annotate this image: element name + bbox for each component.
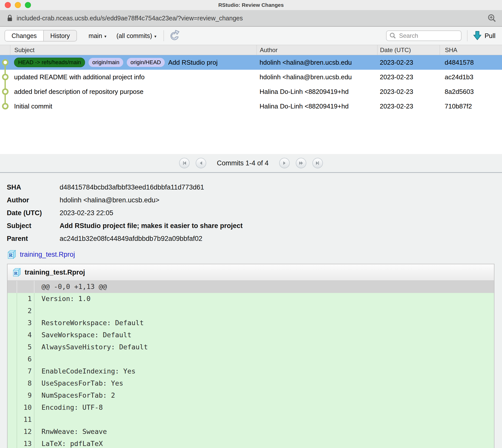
rstudio-review-changes-window: RStudio: Review Changes included-crab.nc… — [0, 0, 502, 448]
commit-row[interactable]: updated README with additional project i… — [0, 70, 502, 84]
diff-old-line-number — [8, 329, 17, 341]
first-page-button[interactable] — [179, 158, 190, 168]
column-header-sha[interactable]: SHA — [440, 45, 502, 55]
diff-new-line-number: 4 — [17, 329, 34, 341]
tab-changes[interactable]: Changes — [5, 30, 43, 41]
diff-old-line-number — [8, 402, 17, 414]
diff-line-text — [34, 414, 494, 426]
commit-details-pane: SHA d48415784bcbd3afbbf33eed16dbbfa11d77… — [0, 173, 502, 448]
diff-old-line-number — [8, 305, 17, 317]
url-text[interactable]: included-crab.nceas.ucsb.edu/s/edd9ae78f… — [17, 15, 487, 22]
diff-line-text: RnwWeave: Sweave — [34, 426, 494, 438]
tab-history[interactable]: History — [44, 30, 76, 41]
diff-added-line[interactable]: 7 EnableCodeIndexing: Yes — [8, 365, 494, 378]
commit-subject: updated README with additional project i… — [14, 73, 145, 81]
diff-added-line[interactable]: 4 SaveWorkspace: Default — [8, 329, 494, 341]
history-table-empty-area — [0, 114, 502, 154]
diff-added-line[interactable]: 3 RestoreWorkspace: Default — [8, 317, 494, 329]
diff-added-line[interactable]: 13 LaTeX: pdfLaTeX — [8, 438, 494, 448]
history-table-header: Subject Author Date (UTC) SHA — [0, 45, 502, 55]
diff-new-line-number: 2 — [17, 305, 34, 317]
column-header-author[interactable]: Author — [257, 45, 377, 55]
commit-date: 2023-02-23 — [377, 70, 440, 84]
changed-file-link[interactable]: R training_test.Rproj — [7, 249, 502, 260]
diff-line-text: AlwaysSaveHistory: Default — [34, 341, 494, 353]
history-table-body: HEAD -> refs/heads/main origin/main orig… — [0, 55, 502, 114]
meta-label: SHA — [7, 183, 60, 191]
svg-text:R: R — [9, 253, 13, 258]
diff-added-line[interactable]: 1 Version: 1.0 — [8, 293, 494, 305]
commit-subject-cell: added brief description of repository pu… — [10, 84, 257, 99]
diff-hunk-header: @@ -0,0 +1,13 @@ — [8, 281, 494, 293]
hunk-header-text: @@ -0,0 +1,13 @@ — [34, 281, 494, 293]
commit-sha: 8a2d5603 — [440, 84, 502, 99]
diff-added-line[interactable]: 2 — [8, 305, 494, 317]
diff-line-text: NumSpacesForTab: 2 — [34, 390, 494, 402]
fast-forward-button[interactable] — [296, 158, 306, 168]
pull-label: Pull — [485, 32, 495, 40]
first-page-icon — [182, 161, 187, 166]
diff-old-line-number — [8, 365, 17, 378]
column-header-subject[interactable]: Subject — [10, 45, 257, 55]
meta-value: 2023-02-23 22:05 — [60, 209, 113, 217]
commit-graph-cell — [0, 84, 10, 99]
diff-old-line-number — [8, 426, 17, 438]
last-page-icon — [315, 161, 320, 166]
pull-button[interactable]: Pull — [473, 31, 495, 41]
diff-file-name: training_test.Rproj — [25, 269, 85, 276]
next-page-button[interactable] — [279, 158, 290, 168]
commit-meta-row: Date (UTC) 2023-02-23 22:05 — [0, 207, 502, 219]
diff-added-line[interactable]: 5 AlwaysSaveHistory: Default — [8, 341, 494, 353]
url-bar: included-crab.nceas.ucsb.edu/s/edd9ae78f… — [0, 10, 502, 27]
commit-row[interactable]: added brief description of repository pu… — [0, 84, 502, 99]
view-switcher: Changes History — [5, 30, 77, 42]
commit-subject: Add RStudio proj — [168, 59, 218, 66]
commit-graph-cell — [0, 99, 10, 114]
diff-added-line[interactable]: 8 UseSpacesForTab: Yes — [8, 378, 494, 390]
pagination-label: Commits 1-4 of 4 — [217, 159, 269, 167]
diff-added-line[interactable]: 10 Encoding: UTF-8 — [8, 402, 494, 414]
diff-file-header: R training_test.Rproj — [8, 264, 494, 281]
search-input[interactable] — [399, 32, 461, 40]
diff-new-line-number: 8 — [17, 378, 34, 390]
commit-meta-row: Author hdolinh <halina@bren.ucsb.edu> — [0, 194, 502, 207]
commit-row[interactable]: HEAD -> refs/heads/main origin/main orig… — [0, 55, 502, 70]
diff-new-line-number: 13 — [17, 438, 34, 448]
commit-subject-cell: HEAD -> refs/heads/main origin/main orig… — [10, 55, 257, 70]
diff-added-line[interactable]: 9 NumSpacesForTab: 2 — [8, 390, 494, 402]
fast-forward-icon — [299, 161, 304, 166]
diff-old-line-number — [8, 378, 17, 390]
column-header-date[interactable]: Date (UTC) — [377, 45, 440, 55]
diff-line-text — [34, 305, 494, 317]
pull-arrow-icon — [473, 31, 482, 41]
toolbar: Changes History main ▾ (all commits) ▾ — [0, 27, 502, 45]
commit-sha: d4841578 — [440, 55, 502, 70]
commit-filter-dropdown[interactable]: (all commits) ▾ — [116, 32, 156, 40]
diff-added-line[interactable]: 6 — [8, 353, 494, 365]
zoom-page-icon[interactable] — [487, 14, 496, 23]
diff-line-text — [34, 353, 494, 365]
diff-line-text: RestoreWorkspace: Default — [34, 317, 494, 329]
diff-added-line[interactable]: 11 — [8, 414, 494, 426]
ref-badge: HEAD -> refs/heads/main — [14, 58, 85, 67]
meta-label: Author — [7, 196, 60, 204]
meta-value: Add RStudio project file; makes it easie… — [60, 222, 243, 230]
branch-dropdown[interactable]: main ▾ — [89, 32, 106, 40]
diff-new-line-number: 10 — [17, 402, 34, 414]
commit-meta-row: SHA d48415784bcbd3afbbf33eed16dbbfa11d77… — [0, 181, 502, 194]
commit-subject-cell: Initial commit — [10, 99, 257, 114]
commit-date: 2023-02-23 — [377, 84, 440, 99]
commit-author: Halina Do-Linh <88209419+hd — [257, 99, 377, 114]
commit-graph-cell — [0, 70, 10, 84]
diff-new-line-gutter — [17, 281, 34, 293]
svg-text:R: R — [14, 271, 18, 276]
diff-added-line[interactable]: 12 RnwWeave: Sweave — [8, 426, 494, 438]
diff-new-line-number: 3 — [17, 317, 34, 329]
ref-badge: origin/HEAD — [127, 58, 165, 67]
diff-old-line-number — [8, 414, 17, 426]
refresh-icon[interactable] — [168, 29, 181, 43]
last-page-button[interactable] — [312, 158, 323, 168]
commit-row[interactable]: Initial commit Halina Do-Linh <88209419+… — [0, 99, 502, 114]
previous-page-button[interactable] — [196, 158, 206, 168]
diff-new-line-number: 5 — [17, 341, 34, 353]
